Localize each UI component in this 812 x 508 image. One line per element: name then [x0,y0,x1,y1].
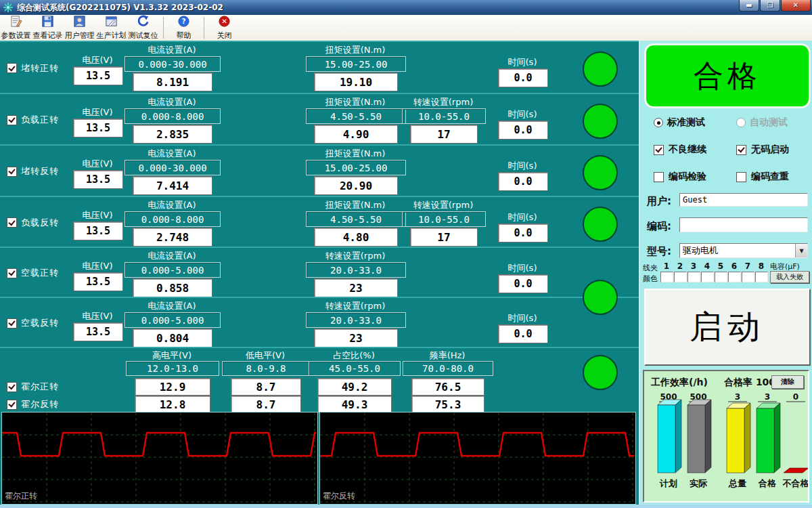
time-value: 0.0 [498,224,548,242]
clear-button[interactable]: 清除 [771,375,804,389]
option-checkbox-row[interactable]: 编码查重 [736,171,789,183]
test-enable-checkbox[interactable] [7,318,17,329]
start-button[interactable]: 启动 [644,289,811,366]
time-value: 0.0 [498,68,548,87]
radio-dot [657,121,660,125]
svg-text:0: 0 [793,392,798,402]
status-light-icon [583,207,618,242]
hall-value: 75.3 [411,396,484,413]
waveform-display [2,412,317,505]
test-enable-checkbox[interactable] [7,167,17,177]
toolbar-reset[interactable]: 测试复位 [127,15,159,41]
oscilloscope-label: 霍尔正转 [5,490,37,502]
toolbar-users[interactable]: 用户管理 [64,15,95,41]
model-select[interactable]: 驱动电机 ▼ [679,243,808,258]
maximize-button[interactable]: ❐ [760,0,780,12]
clip-color-box[interactable] [687,272,700,282]
user-label: 用户: [647,195,671,208]
statistics-bar-chart: 500计划500实际3总量3合格0不合格 [647,391,808,500]
field-label: 电流设置(A) [125,44,219,56]
hall-column-label: 低电平(V) [222,350,309,362]
toolbar-close[interactable]: ✕关闭 [208,15,240,41]
field-range: 4.50-5.50 [306,108,406,124]
clip-color-box[interactable] [742,272,754,282]
window-close-button[interactable]: ✕ [781,0,811,12]
hall-value: 49.2 [317,378,392,396]
reset-icon [137,15,150,30]
code-label: 编码: [647,220,671,233]
clip-color-box[interactable] [728,272,741,282]
test-enable-checkbox[interactable] [7,115,17,125]
option-checkbox-row[interactable]: 编码检验 [654,171,706,183]
clip-color-box[interactable] [660,272,673,282]
test-enable-checkbox[interactable] [7,400,17,410]
field-label: 转速设置(rpm) [306,300,405,312]
test-name: 堵转正转 [21,62,59,75]
window-title: 综合测试系统(G202211075) V1.3.32 2023-02-02 [17,2,223,14]
hall-column-label: 频率(Hz) [403,350,492,362]
check-icon [8,383,15,390]
field-range: 15.00-25.00 [306,160,406,175]
option-label: 编码查重 [751,171,789,183]
hall-value: 8.7 [231,378,301,396]
clip-number: 1 [660,261,673,271]
clip-color-box[interactable] [715,272,727,282]
code-input[interactable] [679,217,808,232]
test-enable-checkbox[interactable] [7,217,17,228]
application-window: 综合测试系统(G202211075) V1.3.32 2023-02-02 ▬ … [0,0,812,508]
radio-icon[interactable] [736,118,746,127]
option-checkbox[interactable] [736,172,746,182]
test-enable-checkbox[interactable] [7,382,17,392]
clip-label: 线夹 [643,263,658,273]
radio-standard-test[interactable]: 标准测试 [654,117,705,129]
field-value: 4.90 [314,125,398,144]
option-checkbox[interactable] [736,145,746,155]
option-label: 编码检验 [669,171,706,183]
toolbar-records[interactable]: 查看记录 [32,15,64,41]
hall-value: 8.7 [231,396,301,413]
voltage-label: 电压(V) [69,54,126,66]
load-status-button[interactable]: 载入失败 [770,271,809,283]
toolbar-item-label: 生产计划 [97,30,127,41]
field-value: 8.191 [133,72,212,91]
result-indicator: 合格 [644,43,811,108]
test-name: 负载正转 [21,114,59,126]
hall-value: 12.8 [135,396,210,413]
option-checkbox-row[interactable]: 无码启动 [736,144,789,156]
field-label: 扭矩设置(N.m) [306,148,405,160]
chevron-down-icon[interactable]: ▼ [795,244,807,257]
users-icon [73,15,86,30]
radio-auto-test[interactable]: 自动测试 [736,117,788,129]
voltage-label: 电压(V) [69,310,126,322]
clip-color-box[interactable] [701,272,714,282]
voltage-label: 电压(V) [69,209,126,221]
user-input[interactable] [679,193,808,207]
toolbar-help[interactable]: ?帮助 [168,15,200,41]
check-icon [8,116,15,123]
status-light-icon [583,280,618,315]
field-range: 20.0-33.0 [306,312,406,328]
records-icon [41,15,54,30]
option-checkbox[interactable] [654,172,664,182]
test-enable-checkbox[interactable] [7,268,17,278]
toolbar-plan[interactable]: 生产计划 [95,15,127,41]
field-range: 10.0-55.0 [402,211,486,227]
option-checkbox[interactable] [654,145,664,155]
title-bar: 综合测试系统(G202211075) V1.3.32 2023-02-02 ▬ … [0,0,812,15]
hall-value: 49.3 [317,396,392,413]
check-icon [8,269,15,276]
clip-color-box[interactable] [674,272,687,282]
clip-color-box[interactable] [755,272,768,282]
field-value: 20.90 [314,176,398,195]
hall-row-toggle: 霍尔正转 [7,381,59,393]
toolbar-params[interactable]: 参数设置 [0,15,32,41]
radio-icon[interactable] [654,118,663,127]
minimize-button[interactable]: ▬ [739,0,759,12]
time-label: 时间(s) [495,160,549,172]
option-checkbox-row[interactable]: 不良继续 [654,144,706,156]
field-value: 19.10 [314,72,398,91]
test-row-toggle: 负载正转 [7,114,59,126]
test-name: 空载反转 [21,317,59,329]
field-value: 0.858 [133,278,212,297]
test-enable-checkbox[interactable] [7,63,17,73]
